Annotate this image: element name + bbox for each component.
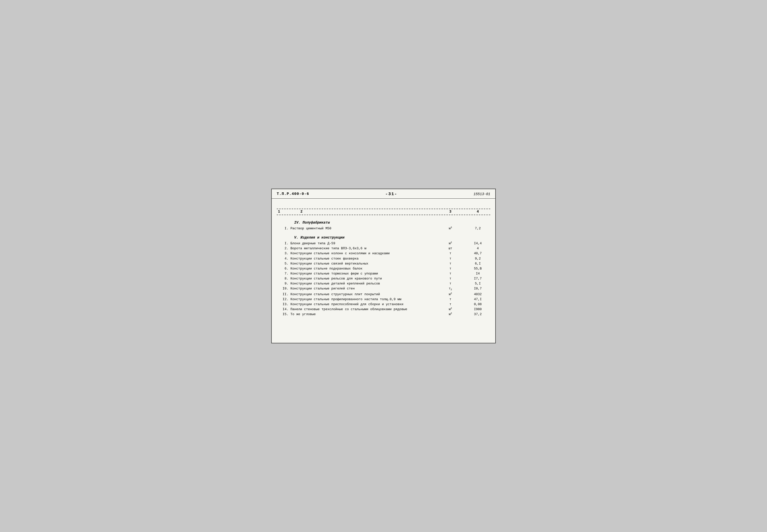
row-desc: Конструкции стальне подкрановых балок (290, 266, 435, 271)
row-num: I. (277, 226, 290, 231)
table-row: I2. Конструкции стальные профилированног… (277, 297, 490, 302)
row-num: I. (277, 241, 290, 246)
section-5-table: I. Блоки дверные типа Д-59 м2 I4,4 2. Во… (277, 241, 490, 317)
col-label-2: 2 (290, 210, 435, 214)
row-value: 5,I (465, 281, 490, 286)
header-left: Т.П.Р.400-0-6 (277, 192, 309, 196)
row-value: I980 (465, 307, 490, 312)
section-5-header: V. Изделия и конструкции (277, 236, 490, 240)
row-num: 4. (277, 256, 290, 261)
row-num: 9. (277, 281, 290, 286)
row-desc: То же угловые (290, 312, 435, 317)
col-label-3: 3 (435, 210, 465, 214)
table-row: 8. Конструкции стальные рельсов для кран… (277, 276, 490, 281)
row-unit: т (435, 281, 465, 286)
row-num: 2. (277, 246, 290, 251)
row-num: 8. (277, 276, 290, 281)
section-4-header: IV. Полуфабрикаты (277, 221, 490, 225)
row-desc: Конструкции стальные стоек фахверка (290, 256, 435, 261)
row-num: I4. (277, 307, 290, 312)
page-header: Т.П.Р.400-0-6 -31- 15513-01 (272, 189, 495, 199)
row-unit: м3 (435, 226, 465, 231)
row-unit: м2 (435, 241, 465, 246)
row-num: I2. (277, 297, 290, 302)
row-desc: Конструкции стальные колонн с консолями … (290, 251, 435, 256)
row-desc: Конструкции стальные профилированного на… (290, 297, 435, 302)
row-unit: т (435, 271, 465, 276)
row-num: I5. (277, 312, 290, 317)
row-desc: Ворота металлические типа ВПЭ-3,6х3,6 м (290, 246, 435, 251)
row-value: 0,08 (465, 302, 490, 307)
row-value: 55,B (465, 266, 490, 271)
row-num: 5. (277, 261, 290, 266)
row-desc: Конструкции стальные тормозных ферм с уп… (290, 271, 435, 276)
table-row: I. Раствор цементный М50 м3 7,2 (277, 226, 490, 231)
row-value: 4 (465, 246, 490, 251)
table-row: 6. Конструкции стальне подкрановых балок… (277, 266, 490, 271)
row-value: I4,4 (465, 241, 490, 246)
row-unit: м2 (435, 292, 465, 297)
row-unit: т (435, 257, 465, 261)
col-label-4: 4 (465, 210, 490, 214)
row-desc: Конструкции стальные связей вертикальных (290, 261, 435, 266)
row-value: 7,2 (465, 226, 490, 231)
row-unit: т2 (435, 286, 465, 292)
row-desc: Блоки дверные типа Д-59 (290, 241, 435, 246)
row-unit: м2 (435, 312, 465, 317)
row-num: I3. (277, 302, 290, 307)
table-row: 3. Конструкции стальные колонн с консоля… (277, 251, 490, 256)
column-divider: 1 2 3 4 (277, 209, 490, 215)
row-desc: Конструкции стальные рельсов для краново… (290, 276, 435, 281)
row-unit: т (435, 251, 465, 256)
row-value: I4 (465, 271, 490, 276)
row-value: 6,I (465, 261, 490, 266)
row-value: 37,2 (465, 312, 490, 317)
header-right: 15513-01 (474, 192, 490, 196)
col-label-1: 1 (277, 210, 290, 214)
row-unit: т (435, 262, 465, 266)
row-value: I7,7 (465, 276, 490, 281)
table-row: I0. Конструкции стальные ригелей стен т2… (277, 286, 490, 292)
row-value: 4032 (465, 292, 490, 297)
page: Т.П.Р.400-0-6 -31- 15513-01 1 2 3 4 IV. … (271, 189, 496, 343)
row-desc: Конструкции стальные структурных плит по… (290, 292, 435, 297)
row-num: I0. (277, 286, 290, 291)
header-center: -31- (385, 192, 397, 196)
table-row: 7. Конструкции стальные тормозных ферм с… (277, 271, 490, 276)
row-value: I0,7 (465, 286, 490, 291)
row-unit: т (435, 302, 465, 307)
table-row: 5. Конструкции стальные связей вертикаль… (277, 261, 490, 266)
row-desc: Панели стеновые трехслойные со стальными… (290, 307, 435, 312)
table-row: II. Конструкции стальные структурных пли… (277, 292, 490, 297)
table-row: 4. Конструкции стальные стоек фахверка т… (277, 256, 490, 261)
table-row: 2. Ворота металлические типа ВПЭ-3,6х3,6… (277, 246, 490, 251)
row-value: 40,7 (465, 251, 490, 256)
table-row: I5. То же угловые м2 37,2 (277, 312, 490, 317)
table-row: 9. Конструкции стальные деталей креплени… (277, 281, 490, 286)
table-row: I. Блоки дверные типа Д-59 м2 I4,4 (277, 241, 490, 246)
row-unit: т (435, 276, 465, 281)
row-num: 6. (277, 266, 290, 271)
page-content: 1 2 3 4 IV. Полуфабрикаты I. Раствор цем… (272, 199, 495, 322)
row-unit: м2 (435, 307, 465, 312)
table-row: I3. Конструкции стальные приспособлений … (277, 302, 490, 307)
row-num: II. (277, 292, 290, 297)
row-unit: т (435, 266, 465, 271)
row-desc: Конструкции стальные ригелей стен (290, 286, 435, 291)
row-unit: т (435, 297, 465, 302)
row-desc: Конструкции стальные приспособлений для … (290, 302, 435, 307)
row-desc: Раствор цементный М50 (290, 226, 435, 231)
row-num: 3. (277, 251, 290, 256)
row-desc: Конструкции стальные деталей креплений р… (290, 281, 435, 286)
row-num: 7. (277, 271, 290, 276)
table-row: I4. Панели стеновые трехслойные со сталь… (277, 307, 490, 312)
row-value: 47,I (465, 297, 490, 302)
row-value: 9,2 (465, 256, 490, 261)
row-unit: шт (435, 246, 465, 251)
column-labels-row: 1 2 3 4 (277, 210, 490, 215)
